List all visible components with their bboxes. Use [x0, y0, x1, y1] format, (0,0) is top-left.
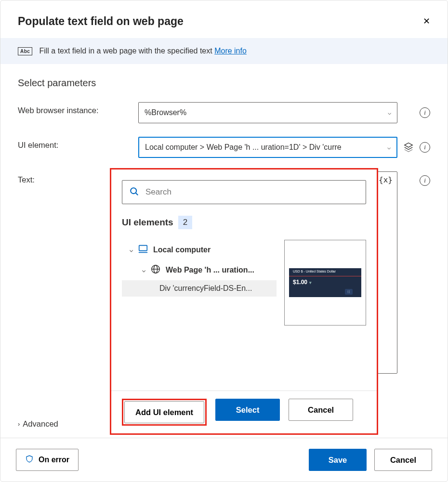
on-error-button[interactable]: On error	[16, 449, 79, 471]
dialog-header: Populate text field on web page ✕	[0, 0, 448, 38]
select-button[interactable]: Select	[215, 399, 280, 421]
svg-point-0	[131, 188, 136, 194]
svg-line-1	[136, 193, 138, 195]
search-input[interactable]	[145, 187, 359, 197]
tree-item-web-page[interactable]: ⌵ Web Page 'h ... uration...	[122, 260, 277, 280]
uielement-label: UI element:	[18, 137, 129, 150]
on-error-label: On error	[39, 456, 69, 464]
dialog-container: Populate text field on web page ✕ Abc Fi…	[0, 0, 448, 482]
ui-elements-count: 2	[178, 216, 192, 229]
chevron-down-icon: ⌵	[142, 267, 145, 274]
text-field-icon: Abc	[18, 47, 32, 55]
banner-text: Fill a text field in a web page with the…	[39, 47, 246, 55]
more-info-link[interactable]: More info	[214, 47, 247, 55]
ui-elements-heading: UI elements 2	[122, 216, 366, 229]
tree-item-div-currency[interactable]: Div 'currencyField-DS-En...	[122, 280, 277, 297]
advanced-label: Advanced	[23, 419, 58, 429]
popup-cancel-button[interactable]: Cancel	[289, 399, 353, 421]
close-icon: ✕	[423, 16, 430, 26]
search-icon	[129, 186, 140, 198]
browser-label: Web browser instance:	[18, 102, 129, 115]
chevron-down-icon: ⌵	[388, 109, 391, 116]
dialog-footer: On error Save Cancel	[0, 438, 448, 482]
cancel-button[interactable]: Cancel	[374, 449, 432, 471]
ui-elements-tree: ⌵ Local computer ⌵ Web Page 'h ... urati…	[122, 240, 277, 297]
browser-dropdown[interactable]: %Browser% ⌵	[138, 102, 397, 123]
advanced-toggle[interactable]: › Advanced	[18, 419, 58, 429]
tree-item-label: Div 'currencyField-DS-En...	[159, 284, 252, 293]
ui-elements-popup: UI elements 2 ⌵ Local computer ⌵	[110, 168, 378, 435]
element-preview: USD $ - United States Dollar $1.00 ⟨⟨	[284, 240, 366, 326]
globe-icon	[150, 264, 161, 276]
info-icon[interactable]: i	[420, 142, 430, 153]
uielement-dropdown-value: Local computer > Web Page 'h ... uration…	[145, 143, 342, 152]
close-button[interactable]: ✕	[419, 12, 434, 30]
tree-item-label: Web Page 'h ... uration...	[166, 266, 254, 274]
info-icon[interactable]: i	[420, 107, 430, 118]
preview-tag: ⟨⟨	[345, 289, 353, 295]
banner-description: Fill a text field in a web page with the…	[39, 47, 214, 55]
tree-item-local-computer[interactable]: ⌵ Local computer	[122, 240, 277, 260]
save-button[interactable]: Save	[309, 449, 367, 471]
info-banner: Abc Fill a text field in a web page with…	[0, 38, 448, 64]
add-ui-element-button[interactable]: Add UI element	[124, 401, 204, 423]
chevron-right-icon: ›	[18, 420, 20, 428]
popup-footer: Add UI element Select Cancel	[111, 391, 377, 433]
layers-icon[interactable]	[403, 142, 414, 154]
computer-icon	[138, 244, 148, 256]
param-row-uielement: UI element: Local computer > Web Page 'h…	[18, 137, 430, 158]
tree-item-label: Local computer	[153, 246, 211, 254]
chevron-down-icon: ⌵	[387, 144, 391, 151]
highlight-box: Add UI element	[122, 399, 207, 426]
search-box[interactable]	[122, 180, 366, 204]
param-row-browser: Web browser instance: %Browser% ⌵ i	[18, 102, 430, 123]
ui-elements-heading-text: UI elements	[122, 217, 173, 228]
section-heading: Select parameters	[18, 78, 430, 89]
chevron-down-icon: ⌵	[130, 247, 133, 253]
browser-dropdown-value: %Browser%	[145, 108, 186, 117]
svg-rect-2	[139, 246, 147, 251]
uielement-dropdown[interactable]: Local computer > Web Page 'h ... uration…	[138, 137, 397, 158]
insert-variable-button[interactable]: {x}	[379, 175, 393, 184]
preview-line2: $1.00	[293, 279, 312, 286]
info-icon[interactable]: i	[420, 175, 430, 186]
dialog-title: Populate text field on web page	[18, 15, 184, 28]
shield-icon	[25, 455, 34, 465]
preview-line1: USD $ - United States Dollar	[293, 270, 336, 273]
